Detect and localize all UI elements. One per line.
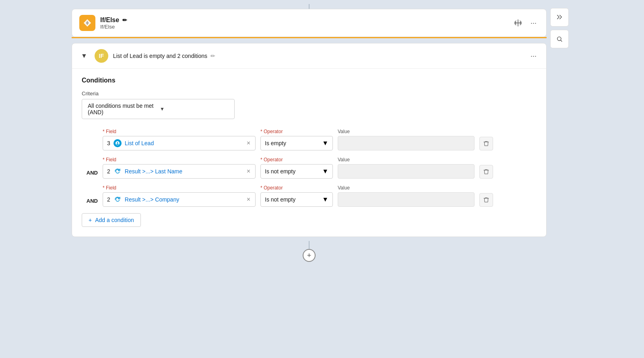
field-input-3[interactable]: 2 Result >...> Company ×: [103, 192, 256, 207]
header-edit-icon[interactable]: ✏: [122, 17, 127, 23]
field-num-2: 2: [107, 168, 110, 175]
field-label-1: Field: [103, 129, 256, 134]
bottom-connector-line: [309, 241, 310, 249]
if-badge: IF: [95, 49, 108, 63]
clear-field-3-button[interactable]: ×: [246, 196, 251, 203]
field-num-3: 2: [107, 196, 110, 203]
clear-field-1-button[interactable]: ×: [246, 140, 251, 147]
condition-row-2: AND Field 2 Result >.: [82, 157, 537, 179]
field-group-1: Field 3 List of Lead ×: [103, 129, 256, 150]
condition-fields-2: Field 2 Result >...> Last Name ×: [103, 157, 537, 179]
condition-fields-1: Field 3 List of Lead ×: [103, 129, 537, 150]
if-title: List of Lead is empty and 2 conditions ✏: [113, 53, 522, 59]
more-dots-icon: ···: [530, 19, 537, 27]
right-panel: [547, 4, 572, 48]
clear-field-2-button[interactable]: ×: [246, 168, 251, 175]
header-left: If/Else ✏ If/Else: [79, 15, 127, 31]
operator-label-2: Operator: [260, 157, 333, 163]
more-options-button[interactable]: ···: [528, 16, 539, 30]
move-button[interactable]: [512, 17, 524, 29]
header-subtitle: If/Else: [100, 24, 127, 30]
delete-row-1-button[interactable]: [479, 137, 493, 150]
field-num-1: 3: [107, 140, 110, 146]
condition-card: ▼ IF List of Lead is empty and 2 conditi…: [72, 43, 547, 237]
value-label-3: Value: [338, 185, 475, 191]
bottom-section: +: [72, 241, 547, 262]
add-step-plus-icon: +: [307, 251, 312, 260]
condition-fields-3: Field 2 Result >...> Company ×: [103, 185, 537, 207]
condition-edit-icon[interactable]: ✏: [211, 53, 215, 59]
if-more-dots-icon: ···: [530, 52, 537, 60]
conditions-title: Conditions: [82, 77, 537, 84]
criteria-select[interactable]: All conditions must be met (AND) ▼: [82, 99, 235, 119]
refresh-icon-2: [114, 167, 122, 175]
field-label-3: Field: [103, 185, 256, 191]
value-input-3[interactable]: [338, 192, 475, 207]
condition-row-1: Field 3 List of Lead ×: [82, 129, 537, 150]
operator-label-3: Operator: [260, 185, 333, 191]
delete-row-3-button[interactable]: [479, 193, 493, 207]
value-input-2[interactable]: [338, 164, 475, 179]
operator-value-3: Is not empty: [265, 196, 319, 203]
refresh-icon-3: [114, 195, 122, 204]
if-else-diamond-icon: [79, 15, 95, 31]
value-label-2: Value: [338, 157, 475, 163]
field-group-2: Field 2 Result >...> Last Name ×: [103, 157, 256, 179]
operator-input-1[interactable]: Is empty ▼: [260, 136, 333, 150]
operator-dropdown-arrow-2: ▼: [322, 168, 328, 175]
collapse-panel-button[interactable]: [550, 8, 569, 27]
conditions-body: Conditions Criteria All conditions must …: [72, 69, 546, 237]
operator-dropdown-arrow-1: ▼: [322, 140, 328, 147]
top-connector-line: [309, 4, 310, 9]
value-group-1: Value: [338, 129, 475, 150]
field-input-2[interactable]: 2 Result >...> Last Name ×: [103, 164, 256, 179]
field-group-3: Field 2 Result >...> Company ×: [103, 185, 256, 207]
if-header-row: ▼ IF List of Lead is empty and 2 conditi…: [72, 43, 546, 69]
operator-group-2: Operator Is not empty ▼: [260, 157, 333, 179]
condition-row-3: AND Field 2 Result >.: [82, 185, 537, 207]
operator-input-3[interactable]: Is not empty ▼: [260, 192, 333, 207]
operator-value-1: Is empty: [265, 140, 319, 146]
criteria-label: Criteria: [82, 91, 537, 97]
value-group-2: Value: [338, 157, 475, 179]
add-condition-button[interactable]: + Add a condition: [82, 213, 141, 227]
header-title-block: If/Else ✏ If/Else: [100, 16, 127, 30]
operator-label-1: Operator: [260, 129, 333, 134]
and-label-1: [82, 129, 98, 142]
header-card: If/Else ✏ If/Else ···: [72, 9, 547, 37]
value-input-1[interactable]: [338, 136, 475, 150]
criteria-value: All conditions must be met (AND): [88, 103, 157, 115]
operator-group-1: Operator Is empty ▼: [260, 129, 333, 150]
value-group-3: Value: [338, 185, 475, 207]
orange-divider: [72, 37, 547, 38]
operator-input-2[interactable]: Is not empty ▼: [260, 164, 333, 179]
header-right: ···: [512, 16, 539, 30]
delete-row-2-button[interactable]: [479, 165, 493, 179]
add-condition-plus-icon: +: [89, 217, 92, 223]
field-label-2: Field: [103, 157, 256, 163]
field-input-1[interactable]: 3 List of Lead ×: [103, 136, 256, 150]
field-text-3: Result >...> Company: [125, 196, 243, 203]
if-more-button[interactable]: ···: [527, 50, 540, 62]
field-text-2: Result >...> Last Name: [125, 168, 243, 175]
salesforce-icon-1: [114, 139, 122, 147]
and-label-2: AND: [82, 157, 98, 176]
operator-value-2: Is not empty: [265, 168, 319, 175]
and-label-3: AND: [82, 185, 98, 204]
header-title: If/Else ✏: [100, 16, 127, 24]
operator-group-3: Operator Is not empty ▼: [260, 185, 333, 207]
collapse-chevron-button[interactable]: ▼: [78, 51, 90, 60]
search-panel-button[interactable]: [550, 30, 569, 48]
add-condition-label: Add a condition: [95, 217, 134, 223]
add-step-button[interactable]: +: [303, 249, 316, 262]
field-text-1: List of Lead: [125, 140, 243, 146]
criteria-dropdown-arrow: ▼: [160, 106, 229, 112]
operator-dropdown-arrow-3: ▼: [322, 196, 328, 203]
value-label-1: Value: [338, 129, 475, 134]
